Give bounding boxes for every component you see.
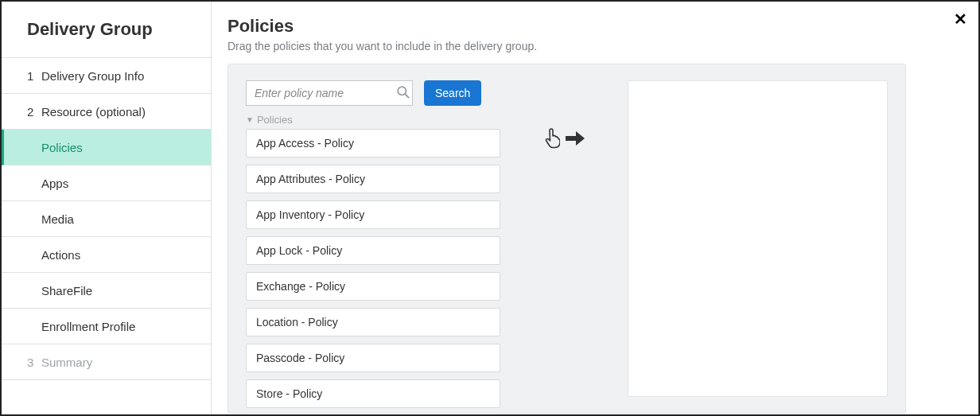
page-title: Policies	[228, 16, 962, 37]
step-label: Summary	[41, 356, 92, 369]
policy-label: Exchange - Policy	[256, 280, 345, 293]
drag-panel: Search ▼ Policies App Access - Policy Ap…	[228, 64, 906, 414]
drag-hint-icon	[542, 128, 585, 149]
policy-label: App Lock - Policy	[256, 244, 342, 257]
sidebar-title: Delivery Group	[2, 2, 211, 58]
sub-actions[interactable]: Actions	[2, 237, 211, 273]
selected-policies-dropzone[interactable]	[628, 80, 888, 397]
step-resource[interactable]: 2 Resource (optional)	[2, 94, 211, 130]
policy-item[interactable]: App Attributes - Policy	[246, 165, 500, 193]
sub-label: Enrollment Profile	[41, 320, 135, 333]
svg-line-1	[405, 94, 408, 97]
policy-label: Location - Policy	[256, 316, 338, 329]
page-subtitle: Drag the policies that you want to inclu…	[228, 40, 962, 52]
step-label: Resource (optional)	[41, 105, 146, 119]
search-box[interactable]	[246, 80, 413, 106]
policy-item[interactable]: Passcode - Policy	[246, 344, 500, 372]
sub-label: Apps	[41, 177, 68, 190]
step-number: 1	[27, 69, 41, 83]
sub-label: Actions	[41, 248, 80, 262]
sub-enrollment-profile[interactable]: Enrollment Profile	[2, 309, 211, 344]
policy-item[interactable]: Store - Policy	[246, 379, 500, 408]
policy-item[interactable]: Exchange - Policy	[246, 272, 500, 301]
wizard-sidebar: Delivery Group 1 Delivery Group Info 2 R…	[2, 2, 212, 414]
step-label: Delivery Group Info	[41, 69, 144, 83]
policy-label: Passcode - Policy	[256, 352, 344, 364]
search-button[interactable]: Search	[424, 80, 481, 106]
sub-policies[interactable]: Policies	[2, 130, 211, 165]
sub-label: ShareFile	[41, 284, 92, 297]
step-number: 2	[27, 105, 41, 119]
step-delivery-group-info[interactable]: 1 Delivery Group Info	[2, 58, 211, 94]
sub-sharefile[interactable]: ShareFile	[2, 273, 211, 309]
sub-apps[interactable]: Apps	[2, 165, 211, 201]
search-icon	[395, 84, 410, 103]
policies-section-label: Policies	[257, 114, 293, 126]
sub-label: Media	[41, 212, 74, 226]
search-input[interactable]	[255, 87, 395, 99]
drag-hint-column	[516, 80, 612, 149]
policy-item[interactable]: Location - Policy	[246, 308, 500, 336]
available-policies-column: Search ▼ Policies App Access - Policy Ap…	[246, 80, 500, 397]
policy-label: App Access - Policy	[256, 137, 354, 150]
sub-media[interactable]: Media	[2, 201, 211, 237]
main-content: Policies Drag the policies that you want…	[212, 2, 978, 414]
step-number: 3	[27, 356, 41, 369]
close-icon[interactable]: ✕	[954, 10, 967, 29]
policy-label: App Attributes - Policy	[256, 173, 365, 185]
policy-label: Store - Policy	[256, 387, 322, 400]
step-summary[interactable]: 3 Summary	[2, 344, 211, 380]
sub-label: Policies	[41, 141, 83, 154]
policy-label: App Inventory - Policy	[256, 208, 364, 221]
policies-section-toggle[interactable]: ▼ Policies	[246, 112, 500, 129]
caret-down-icon: ▼	[246, 115, 254, 124]
policy-item[interactable]: App Inventory - Policy	[246, 200, 500, 229]
policy-item[interactable]: App Access - Policy	[246, 129, 500, 157]
policy-item[interactable]: App Lock - Policy	[246, 236, 500, 265]
